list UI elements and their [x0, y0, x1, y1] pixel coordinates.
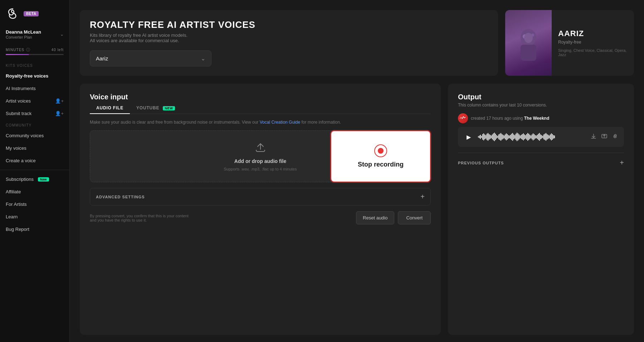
logo-icon[interactable] — [6, 6, 20, 21]
minutes-left: 40 left — [52, 48, 64, 52]
sidebar-item-subscriptions[interactable]: Subscriptions New — [0, 173, 69, 185]
sidebar-item-label: Submit track — [6, 111, 31, 116]
artist-name: AARIZ — [558, 29, 628, 38]
sidebar-item-for-artists[interactable]: For Artists — [0, 198, 69, 210]
play-button[interactable]: ▶ — [463, 131, 474, 143]
reset-audio-button[interactable]: Reset audio — [356, 211, 394, 224]
beta-badge: BETA — [24, 11, 39, 16]
minutes-label: MINUTES ⓘ 40 left — [6, 47, 64, 53]
minutes-section: MINUTES ⓘ 40 left — [0, 44, 69, 60]
previous-outputs-toggle[interactable]: PREVIOUS OUTPUTS + — [458, 153, 624, 167]
sidebar-item-label: For Artists — [6, 202, 27, 207]
sidebar-item-create-voice[interactable]: Create a voice — [0, 154, 69, 167]
user-chevron-icon: ⌄ — [60, 32, 64, 37]
link-button[interactable] — [611, 132, 619, 142]
voice-select-dropdown[interactable]: Aariz ⌄ — [90, 50, 211, 66]
action-buttons: Reset audio Convert — [356, 211, 431, 224]
output-title: Output — [458, 93, 624, 101]
download-button[interactable] — [590, 132, 597, 142]
sidebar-item-bug-report[interactable]: Bug Report — [0, 223, 69, 236]
recording-overlay[interactable]: Stop recording — [331, 130, 431, 182]
sidebar-item-label: Subscriptions — [6, 177, 34, 182]
advanced-settings-expand-icon: + — [420, 193, 425, 201]
main-content: ROYALTY FREE AI ARTIST VOICES Kits libra… — [70, 0, 644, 342]
voice-select-value: Aariz — [96, 55, 108, 61]
sidebar-item-label: Artist voices — [6, 98, 31, 104]
sidebar-item-label: AI Instruments — [6, 86, 36, 91]
svg-rect-1 — [521, 45, 536, 61]
share-button[interactable] — [600, 132, 608, 142]
top-section: ROYALTY FREE AI ARTIST VOICES Kits libra… — [80, 10, 634, 76]
user-name: Deanna McLean — [6, 29, 41, 35]
sidebar-item-royalty-free[interactable]: Royalty-free voices — [0, 70, 69, 82]
voice-info-text: Make sure your audio is clear and free f… — [90, 120, 431, 125]
output-conversion: created 17 hours ago using The Weeknd ▶ — [458, 113, 624, 147]
panel-title: ROYALTY FREE AI ARTIST VOICES — [90, 19, 488, 30]
minutes-info-icon: ⓘ — [26, 47, 30, 53]
sidebar-item-community-voices[interactable]: Community voices — [0, 129, 69, 142]
submit-track-icon: 👤+ — [55, 111, 64, 116]
artist-card-info: AARIZ Royalty-free Singing, Chest Voice,… — [552, 10, 634, 76]
user-plan: Converter Plan — [6, 35, 41, 39]
upload-hint: Supports .wav, .mp3, .flac up to 4 minut… — [224, 167, 297, 171]
conversion-meta: created 17 hours ago using The Weeknd — [458, 113, 624, 123]
voice-select-chevron-icon: ⌄ — [201, 55, 205, 62]
upload-icon — [254, 142, 267, 155]
audio-actions — [590, 132, 619, 142]
voice-input-tabs: AUDIO FILE YOUTUBE New — [90, 103, 431, 114]
new-badge: New — [38, 177, 49, 182]
sidebar-item-learn[interactable]: Learn — [0, 210, 69, 223]
community-label: COMMUNITY — [0, 120, 69, 129]
sidebar-item-ai-instruments[interactable]: AI Instruments — [0, 82, 69, 95]
sidebar-item-label: My voices — [6, 145, 26, 151]
artist-royalty-badge: Royalty-free — [558, 40, 628, 45]
rights-text: By pressing convert, you confirm that th… — [90, 214, 190, 222]
sidebar-item-artist-voices[interactable]: Artist voices 👤+ — [0, 95, 69, 107]
conversion-avatar — [458, 113, 468, 123]
record-button-icon — [374, 144, 387, 157]
user-section[interactable]: Deanna McLean Converter Plan ⌄ — [0, 26, 69, 44]
sidebar-item-label: Community voices — [6, 133, 44, 138]
tab-youtube[interactable]: YOUTUBE New — [130, 103, 181, 114]
convert-button[interactable]: Convert — [398, 211, 431, 224]
sidebar: BETA Deanna McLean Converter Plan ⌄ MINU… — [0, 0, 70, 342]
record-inner-circle — [378, 148, 384, 154]
sidebar-item-label: Learn — [6, 214, 18, 219]
action-area: By pressing convert, you confirm that th… — [90, 211, 431, 224]
sidebar-item-label: Bug Report — [6, 227, 29, 232]
advanced-settings-toggle[interactable]: ADVANCED SETTINGS + — [90, 188, 431, 205]
audio-player: ▶ — [458, 127, 624, 147]
voice-input-panel: Voice input AUDIO FILE YOUTUBE New Make … — [80, 84, 441, 335]
sidebar-divider — [0, 170, 69, 170]
minutes-progress-bar — [6, 54, 64, 55]
waveform — [478, 132, 586, 142]
youtube-new-badge: New — [163, 106, 175, 110]
sidebar-item-my-voices[interactable]: My voices — [0, 142, 69, 154]
upload-text: Add or drop audio file — [234, 158, 286, 164]
kits-voices-label: KITS VOICES — [0, 60, 69, 70]
artist-card: AARIZ Royalty-free Singing, Chest Voice,… — [505, 10, 634, 76]
sidebar-item-submit-track[interactable]: Submit track 👤+ — [0, 107, 69, 120]
previous-outputs-expand-icon: + — [620, 159, 624, 167]
stop-recording-text: Stop recording — [358, 161, 404, 168]
sidebar-item-affiliate[interactable]: Affiliate — [0, 185, 69, 198]
sidebar-item-label: Affiliate — [6, 189, 21, 194]
sidebar-item-label: Royalty-free voices — [6, 73, 48, 79]
advanced-settings-label: ADVANCED SETTINGS — [96, 195, 145, 199]
conversion-artist: The Weeknd — [524, 116, 549, 121]
artist-voices-add-icon: 👤+ — [55, 98, 64, 104]
artist-voices-panel: ROYALTY FREE AI ARTIST VOICES Kits libra… — [80, 10, 498, 76]
svg-point-4 — [524, 33, 533, 43]
tab-audio-file[interactable]: AUDIO FILE — [90, 103, 130, 114]
output-desc: This column contains your last 10 conver… — [458, 103, 624, 108]
previous-outputs-label: PREVIOUS OUTPUTS — [458, 161, 504, 165]
bottom-section: Voice input AUDIO FILE YOUTUBE New Make … — [80, 84, 634, 335]
artist-tags: Singing, Chest Voice, Classical, Opera, … — [558, 48, 628, 57]
upload-area-container: Add or drop audio file Supports .wav, .m… — [90, 130, 431, 182]
minutes-progress-fill — [6, 54, 29, 55]
vocal-creation-guide-link[interactable]: Vocal Creation Guide — [260, 120, 300, 125]
panel-subtitle: Kits library of royalty free AI artist v… — [90, 33, 488, 43]
artist-card-image — [505, 10, 552, 76]
artist-image-placeholder — [505, 10, 552, 76]
voice-input-title: Voice input — [90, 93, 431, 101]
